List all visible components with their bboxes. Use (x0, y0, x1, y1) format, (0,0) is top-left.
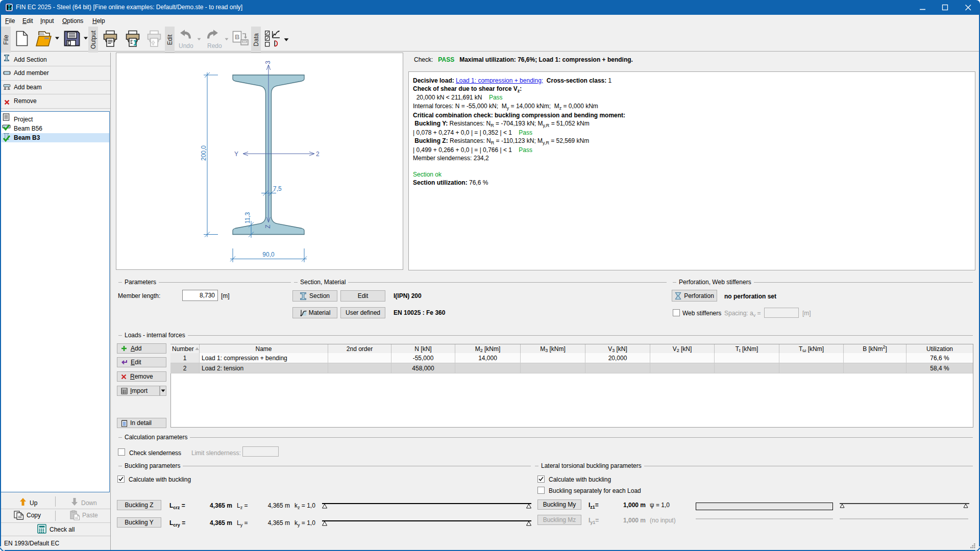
svg-text:B: B (235, 33, 239, 41)
svg-text:11,3: 11,3 (244, 212, 251, 223)
svg-text:200,0: 200,0 (200, 145, 207, 161)
svg-text:3: 3 (264, 61, 272, 64)
svg-text:Y: Y (234, 151, 238, 158)
svg-text:2: 2 (316, 151, 320, 158)
svg-text:Z: Z (264, 224, 272, 228)
svg-text:7,5: 7,5 (273, 185, 282, 192)
svg-text:90,0: 90,0 (262, 251, 275, 258)
